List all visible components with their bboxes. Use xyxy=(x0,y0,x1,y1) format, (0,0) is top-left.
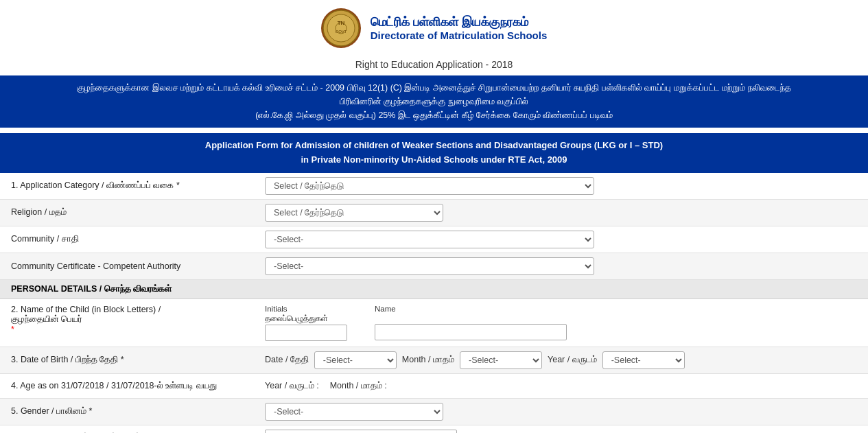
father-name-input[interactable] xyxy=(265,430,457,433)
info-line1: குழந்தைகளுக்கான இலவச மற்றும் கட்டாயக் கல… xyxy=(11,81,857,95)
age-input-col: Year / வருடம் : Month / மாதம் : xyxy=(265,381,857,391)
form-container: 1. Application Category / விண்ணப்பப் வகை… xyxy=(0,173,868,433)
dob-input-col: Date / தேதி -Select- Month / மாதம் -Sele… xyxy=(265,351,857,369)
application-category-select[interactable]: Select / தேர்ந்தெடு xyxy=(265,177,594,195)
child-name-input[interactable] xyxy=(375,324,567,340)
father-name-input-col xyxy=(265,430,857,433)
community-row: Community / சாதி -Select- xyxy=(0,226,868,253)
application-category-label: 1. Application Category / விண்ணப்பப் வகை… xyxy=(11,180,265,191)
gender-input-col: -Select- xyxy=(265,403,857,421)
org-title-english: Directorate of Matriculation Schools xyxy=(371,30,548,41)
org-title-tamil: மெட்ரிக் பள்ளிகள் இயக்குநரகம் xyxy=(371,15,548,30)
dob-label: 3. Date of Birth / பிறந்த தேதி * xyxy=(11,355,265,365)
dob-month-select[interactable]: -Select- xyxy=(460,351,542,369)
community-label: Community / சாதி xyxy=(11,234,265,244)
name-row-container: Initials தலைப்பெழுத்துகள் Name xyxy=(265,305,857,341)
application-category-row: 1. Application Category / விண்ணப்பப் வகை… xyxy=(0,173,868,200)
age-row: 4. Age as on 31/07/2018 / 31/07/2018-ல் … xyxy=(0,374,868,399)
personal-details-header: PERSONAL DETAILS / சொந்த விவரங்கள் xyxy=(0,280,868,299)
application-category-input-col: Select / தேர்ந்தெடு xyxy=(265,177,857,195)
dob-year-select[interactable]: -Select- xyxy=(602,351,685,369)
child-name-label: 2. Name of the Child (in Block Letters) … xyxy=(11,305,265,334)
community-cert-row: Community Certificate - Competent Author… xyxy=(0,253,868,280)
info-line2: பிரிவினரின் குழந்தைகளுக்கு நுழைவுரிமை வக… xyxy=(11,95,857,108)
header-text-block: மெட்ரிக் பள்ளிகள் இயக்குநரகம் Directorat… xyxy=(371,15,548,41)
community-select[interactable]: -Select- xyxy=(265,231,594,248)
logo: TN GOVT xyxy=(321,8,361,48)
father-name-row: 6. Father Name / தந்தையார் பெயர் xyxy=(0,425,868,433)
community-cert-label: Community Certificate - Competent Author… xyxy=(11,261,265,271)
religion-input-col: Select / தேர்ந்தெடு xyxy=(265,204,857,222)
religion-label: Religion / மதம் xyxy=(11,207,265,218)
community-cert-select[interactable]: -Select- xyxy=(265,257,594,275)
gender-select[interactable]: -Select- xyxy=(265,403,443,421)
page-header: TN GOVT மெட்ரிக் பள்ளிகள் இயக்குநரகம் Di… xyxy=(0,0,868,56)
child-name-row: 2. Name of the Child (in Block Letters) … xyxy=(0,299,868,347)
name-block: Name xyxy=(375,305,567,341)
religion-row: Religion / மதம் Select / தேர்ந்தெடு xyxy=(0,200,868,226)
community-input-col: -Select- xyxy=(265,231,857,248)
initials-block: Initials தலைப்பெழுத்துகள் xyxy=(265,305,347,341)
form-title-line2: in Private Non-minority Un-Aided Schools… xyxy=(11,153,857,167)
gender-label: 5. Gender / பாலினம் * xyxy=(11,406,265,417)
community-cert-input-col: -Select- xyxy=(265,257,857,275)
info-banner: குழந்தைகளுக்கான இலவச மற்றும் கட்டாயக் கல… xyxy=(0,75,868,128)
form-title-line1: Application Form for Admission of childr… xyxy=(11,139,857,153)
child-name-input-col: Initials தலைப்பெழுத்துகள் Name xyxy=(265,305,857,341)
form-title-bar: Application Form for Admission of childr… xyxy=(0,133,868,173)
religion-select[interactable]: Select / தேர்ந்தெடு xyxy=(265,204,443,222)
info-line3: (எல்.கே.ஜி அல்லது முதல் வகுப்பு) 25% இட … xyxy=(11,108,857,122)
svg-point-1 xyxy=(327,14,355,42)
dob-row: 3. Date of Birth / பிறந்த தேதி * Date / … xyxy=(0,347,868,374)
dob-date-select[interactable]: -Select- xyxy=(314,351,397,369)
age-label: 4. Age as on 31/07/2018 / 31/07/2018-ல் … xyxy=(11,381,265,391)
page-subtitle: Right to Education Application - 2018 xyxy=(0,56,868,75)
gender-row: 5. Gender / பாலினம் * -Select- xyxy=(0,399,868,425)
initials-input[interactable] xyxy=(265,325,347,341)
